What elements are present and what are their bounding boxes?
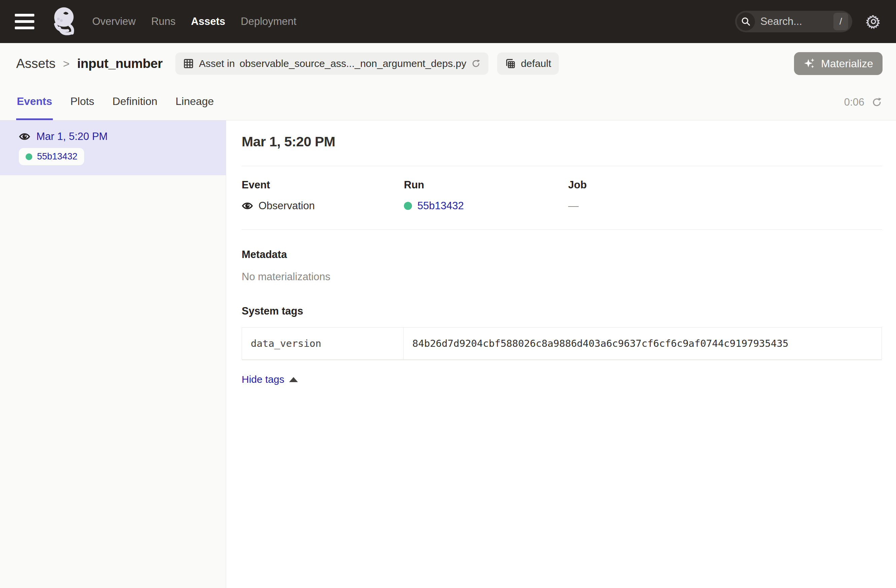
table-grid-icon bbox=[183, 58, 194, 69]
event-list-sidebar: Mar 1, 5:20 PM 55b13432 bbox=[0, 120, 226, 588]
event-column-label: Event bbox=[242, 179, 404, 191]
run-status-dot bbox=[26, 153, 32, 160]
auto-refresh-countdown: 0:06 bbox=[844, 96, 864, 108]
nav-item-runs[interactable]: Runs bbox=[151, 15, 175, 27]
gear-icon[interactable] bbox=[866, 14, 881, 29]
run-status-dot bbox=[404, 202, 412, 210]
repository-default-link[interactable]: default bbox=[521, 58, 551, 69]
observation-eye-icon bbox=[242, 200, 253, 211]
asset-header-row: Assets > input_number Asset in observabl… bbox=[0, 43, 896, 84]
repository-badge[interactable]: default bbox=[497, 52, 558, 75]
search-icon bbox=[737, 12, 755, 30]
job-column: Job — bbox=[568, 179, 882, 212]
content-area: Mar 1, 5:20 PM 55b13432 Mar 1, 5:20 PM E… bbox=[0, 120, 896, 588]
caret-up-icon bbox=[289, 377, 298, 382]
asset-definition-badge[interactable]: Asset in observable_source_ass..._non_ar… bbox=[175, 52, 489, 75]
hamburger-menu-icon[interactable] bbox=[15, 14, 34, 29]
run-column: Run 55b13432 bbox=[404, 179, 568, 212]
table-row: data_version 84b26d7d9204cbf588026c8a988… bbox=[242, 328, 882, 360]
search-input[interactable] bbox=[760, 15, 828, 27]
tab-lineage[interactable]: Lineage bbox=[175, 84, 215, 120]
global-search[interactable]: / bbox=[735, 11, 852, 32]
hide-tags-link[interactable]: Hide tags bbox=[242, 374, 298, 385]
refresh-icon[interactable] bbox=[871, 97, 882, 108]
system-tags-table: data_version 84b26d7d9204cbf588026c8a988… bbox=[242, 327, 882, 360]
asset-tabs-row: Events Plots Definition Lineage 0:06 bbox=[0, 84, 896, 120]
asset-definition-link[interactable]: observable_source_ass..._non_argument_de… bbox=[240, 58, 466, 69]
nav-item-assets[interactable]: Assets bbox=[191, 15, 226, 27]
sparkles-icon bbox=[803, 58, 815, 70]
tag-key-cell: data_version bbox=[242, 328, 404, 360]
event-summary-columns: Event Observation Run 55b13432 bbox=[242, 179, 882, 212]
nav-item-overview[interactable]: Overview bbox=[92, 15, 136, 27]
divider bbox=[242, 166, 882, 166]
job-column-label: Job bbox=[568, 179, 882, 191]
run-id-pill[interactable]: 55b13432 bbox=[19, 148, 84, 165]
tab-events[interactable]: Events bbox=[16, 84, 53, 120]
run-id-link[interactable]: 55b13432 bbox=[418, 200, 464, 212]
tab-plots[interactable]: Plots bbox=[70, 84, 95, 120]
page-title: input_number bbox=[77, 56, 163, 71]
event-list-item[interactable]: Mar 1, 5:20 PM 55b13432 bbox=[0, 120, 226, 175]
event-type-value: Observation bbox=[259, 200, 315, 212]
search-shortcut-key: / bbox=[834, 13, 848, 30]
breadcrumb-assets-link[interactable]: Assets bbox=[16, 56, 56, 71]
tab-definition[interactable]: Definition bbox=[112, 84, 158, 120]
reload-definition-icon[interactable] bbox=[471, 59, 481, 68]
dagster-logo-icon[interactable] bbox=[48, 5, 79, 38]
system-tags-section-title: System tags bbox=[242, 305, 882, 317]
event-timestamp-link[interactable]: Mar 1, 5:20 PM bbox=[37, 131, 108, 143]
run-column-label: Run bbox=[404, 179, 568, 191]
nav-item-deployment[interactable]: Deployment bbox=[241, 15, 296, 27]
breadcrumb-separator: > bbox=[63, 57, 70, 70]
repository-icon bbox=[504, 58, 516, 69]
top-nav-bar: Overview Runs Assets Deployment / bbox=[0, 0, 896, 43]
event-detail-panel: Mar 1, 5:20 PM Event Observation Run bbox=[226, 120, 896, 588]
asset-tabs: Events Plots Definition Lineage bbox=[16, 84, 215, 120]
materialize-label: Materialize bbox=[821, 58, 873, 70]
primary-nav: Overview Runs Assets Deployment bbox=[92, 15, 297, 27]
divider bbox=[242, 229, 882, 230]
hide-tags-label: Hide tags bbox=[242, 374, 284, 385]
asset-in-label: Asset in bbox=[199, 58, 235, 69]
run-id-label: 55b13432 bbox=[37, 151, 78, 162]
metadata-section-title: Metadata bbox=[242, 249, 882, 261]
event-detail-title: Mar 1, 5:20 PM bbox=[242, 134, 882, 150]
job-empty-value: — bbox=[568, 200, 579, 212]
materialize-button[interactable]: Materialize bbox=[794, 52, 882, 75]
observation-eye-icon bbox=[19, 131, 30, 142]
metadata-empty-message: No materializations bbox=[242, 271, 882, 283]
event-column: Event Observation bbox=[242, 179, 404, 212]
tag-value-cell: 84b26d7d9204cbf588026c8a9886d403a6c9637c… bbox=[404, 328, 882, 360]
